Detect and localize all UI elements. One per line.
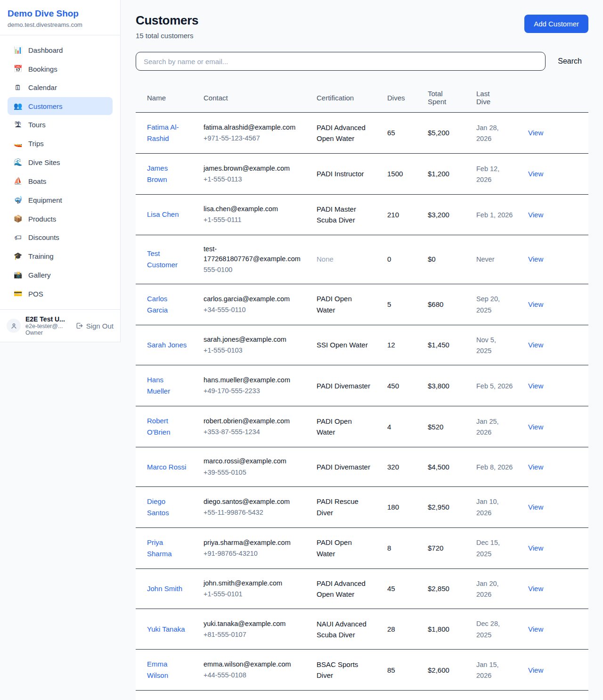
search-button[interactable]: Search: [551, 53, 588, 69]
customer-phone: +81-555-0107: [204, 630, 302, 640]
view-link[interactable]: View: [528, 423, 543, 431]
person-icon: [10, 322, 17, 329]
view-link[interactable]: View: [528, 170, 543, 178]
customer-name-link[interactable]: Yuki Tanaka: [147, 624, 185, 635]
total-spent: $5,200: [428, 129, 449, 137]
dives-count: 5: [387, 300, 391, 308]
sidebar-item-bookings[interactable]: 📅 Bookings: [8, 60, 113, 78]
customer-phone: +1-555-0101: [204, 589, 302, 599]
sidebar-item-calendar[interactable]: 🗓 Calendar: [8, 79, 113, 96]
user-name: E2E Test U...: [25, 315, 71, 323]
customer-count: 15 total customers: [136, 32, 198, 40]
certification: BSAC Sports Diver: [317, 660, 358, 679]
user-role: Owner: [25, 329, 71, 336]
customers-table-card: NameContactCertificationDivesTotal Spent…: [136, 83, 588, 700]
customer-name-link[interactable]: Marco Rossi: [147, 461, 186, 473]
customer-name-link[interactable]: James Brown: [147, 163, 188, 185]
sidebar-item-tours[interactable]: 🏝 Tours: [8, 116, 113, 133]
view-link[interactable]: View: [528, 503, 543, 511]
table-row: James Brown james.brown@example.com +1-5…: [136, 154, 588, 195]
dives-count: 12: [387, 341, 395, 349]
last-dive-date: Sep 20, 2025: [476, 295, 500, 313]
column-header-contact: Contact: [196, 83, 309, 113]
sidebar-item-dashboard[interactable]: 📊 Dashboard: [8, 41, 113, 59]
customer-name-link[interactable]: Emma Wilson: [147, 659, 188, 681]
view-link[interactable]: View: [528, 300, 543, 308]
training-icon: 🎓: [13, 252, 23, 260]
sidebar-item-equipment[interactable]: 🤿 Equipment: [8, 191, 113, 209]
sidebar-item-trips[interactable]: 🚤 Trips: [8, 134, 113, 152]
customer-name-link[interactable]: Diego Santos: [147, 496, 188, 519]
certification: PADI Rescue Diver: [317, 497, 359, 516]
dives-count: 28: [387, 625, 395, 633]
view-link[interactable]: View: [528, 382, 543, 390]
user-box: E2E Test U... e2e-tester@... Owner Sign …: [0, 309, 120, 342]
sidebar-item-pos[interactable]: 💳 POS: [8, 285, 113, 303]
table-row: Test Customer test-1772681807767@example…: [136, 235, 588, 284]
view-link[interactable]: View: [528, 666, 543, 674]
view-link[interactable]: View: [528, 255, 543, 263]
certification: PADI Instructor: [317, 170, 364, 178]
certification: PADI Advanced Open Water: [317, 124, 366, 142]
dives-count: 180: [387, 503, 399, 511]
sign-out-label: Sign Out: [86, 322, 114, 330]
view-link[interactable]: View: [528, 129, 543, 137]
sidebar-item-gallery[interactable]: 📸 Gallery: [8, 266, 113, 284]
certification: PADI Open Water: [317, 295, 352, 313]
last-dive-date: Nov 5, 2025: [476, 336, 496, 354]
view-link[interactable]: View: [528, 585, 543, 593]
customers-table: NameContactCertificationDivesTotal Spent…: [136, 83, 588, 700]
total-spent: $2,600: [428, 666, 449, 674]
sign-out-button[interactable]: Sign Out: [75, 322, 114, 330]
customer-email: hans.mueller@example.com: [204, 375, 302, 385]
customer-email: priya.sharma@example.com: [204, 538, 302, 548]
last-dive-date: Feb 1, 2026: [476, 211, 513, 219]
customer-phone: +44-555-0108: [204, 670, 302, 680]
sidebar-item-products[interactable]: 📦 Products: [8, 210, 113, 228]
customer-email: marco.rossi@example.com: [204, 456, 302, 466]
customer-name-link[interactable]: Robert O'Brien: [147, 415, 188, 438]
customer-email: john.smith@example.com: [204, 578, 302, 588]
customer-phone: +353-87-555-1234: [204, 427, 302, 437]
sidebar-item-discounts[interactable]: 🏷 Discounts: [8, 229, 113, 246]
add-customer-button[interactable]: Add Customer: [524, 15, 588, 33]
gallery-icon: 📸: [13, 271, 23, 279]
customer-email: diego.santos@example.com: [204, 497, 302, 507]
search-input[interactable]: [136, 52, 546, 71]
customer-name-link[interactable]: Hans Mueller: [147, 374, 188, 397]
dives-count: 4: [387, 423, 391, 431]
certification: PADI Divemaster: [317, 382, 370, 390]
customer-name-link[interactable]: Sarah Jones: [147, 339, 187, 351]
customer-name-link[interactable]: Priya Sharma: [147, 537, 188, 560]
column-header-name: Name: [136, 83, 196, 113]
customer-name-link[interactable]: Carlos Garcia: [147, 293, 188, 316]
sidebar-item-label: Gallery: [28, 271, 51, 279]
avatar: [7, 319, 21, 333]
last-dive-date: Feb 12, 2026: [476, 165, 499, 183]
view-link[interactable]: View: [528, 463, 543, 471]
customer-name-link[interactable]: Fatima Al-Rashid: [147, 122, 188, 144]
sidebar-item-dive-sites[interactable]: 🌊 Dive Sites: [8, 153, 113, 171]
view-link[interactable]: View: [528, 625, 543, 633]
sidebar-item-customers[interactable]: 👥 Customers: [8, 97, 113, 115]
view-link[interactable]: View: [528, 211, 543, 219]
user-meta: E2E Test U... e2e-tester@... Owner: [25, 315, 71, 336]
sidebar-item-training[interactable]: 🎓 Training: [8, 247, 113, 265]
customer-name-link[interactable]: John Smith: [147, 583, 182, 594]
last-dive-date: Never: [476, 255, 495, 263]
total-spent: $0: [428, 255, 436, 263]
view-link[interactable]: View: [528, 544, 543, 552]
view-link[interactable]: View: [528, 341, 543, 349]
certification: PADI Divemaster: [317, 463, 370, 471]
customer-phone: +1-555-0113: [204, 174, 302, 184]
sidebar-item-boats[interactable]: ⛵ Boats: [8, 172, 113, 190]
table-row: Diego Santos diego.santos@example.com +5…: [136, 486, 588, 527]
customer-name-link[interactable]: Lisa Chen: [147, 209, 179, 220]
last-dive-date: Jan 10, 2026: [476, 498, 499, 516]
dives-count: 85: [387, 666, 395, 674]
table-row: Marco Rossi marco.rossi@example.com +39-…: [136, 447, 588, 486]
customer-name-link[interactable]: Test Customer: [147, 248, 188, 271]
last-dive-date: Jan 15, 2026: [476, 661, 499, 679]
products-icon: 📦: [13, 214, 23, 223]
customer-phone: +55-11-99876-5432: [204, 508, 302, 518]
